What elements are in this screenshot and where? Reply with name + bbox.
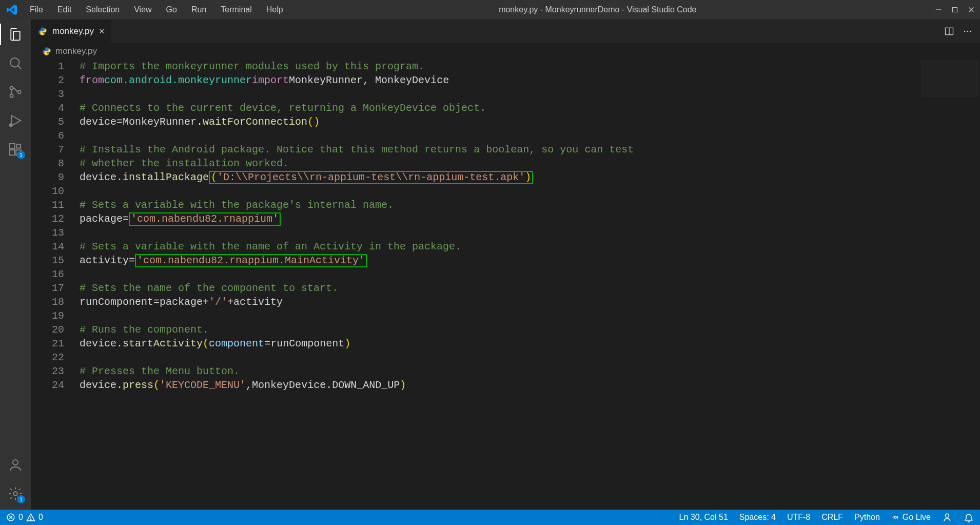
tab-monkey-py[interactable]: monkey.py × [31,20,111,43]
menu-edit[interactable]: Edit [51,3,78,16]
line-number-gutter: 123456789101112131415161718192021222324 [31,60,80,510]
extensions-icon[interactable]: 1 [7,141,24,158]
feedback-icon[interactable] [942,512,952,522]
close-icon[interactable] [967,5,976,14]
maximize-icon[interactable] [950,5,959,14]
editor-area: monkey.py × monkey.py 123456789101112131… [31,20,980,510]
svg-point-17 [10,94,13,97]
vscode-logo-icon [6,4,17,15]
svg-point-37 [894,516,896,518]
minimap[interactable] [922,61,978,96]
tab-bar: monkey.py × [31,20,980,43]
tab-label: monkey.py [52,26,94,36]
status-problems[interactable]: 0 0 [6,513,43,522]
search-icon[interactable] [7,54,24,72]
settings-gear-icon[interactable]: 1 [7,485,24,502]
accounts-icon[interactable] [7,456,24,474]
svg-rect-22 [10,150,15,155]
svg-point-31 [970,31,972,32]
warning-count: 0 [38,513,43,522]
title-bar: File Edit Selection View Go Run Terminal… [0,0,980,20]
code-editor[interactable]: 123456789101112131415161718192021222324 … [31,60,980,510]
python-file-icon [38,27,47,36]
svg-point-30 [967,31,969,32]
menu-view[interactable]: View [128,3,158,16]
tab-close-icon[interactable]: × [99,26,105,37]
svg-point-18 [17,90,21,93]
svg-point-16 [10,86,13,89]
minimize-icon[interactable] [934,5,943,14]
svg-line-15 [18,66,21,69]
svg-point-20 [10,124,12,126]
svg-point-26 [13,492,17,496]
svg-point-38 [946,514,949,517]
menu-file[interactable]: File [24,3,49,16]
python-file-icon [42,47,51,56]
menu-go[interactable]: Go [160,3,183,16]
svg-point-25 [13,460,18,465]
svg-rect-21 [10,144,15,149]
split-editor-icon[interactable] [944,26,954,36]
notifications-icon[interactable] [964,512,974,522]
status-indentation[interactable]: Spaces: 4 [739,513,776,522]
source-control-icon[interactable] [7,83,24,101]
menu-selection[interactable]: Selection [80,3,126,16]
svg-rect-11 [953,8,957,12]
explorer-icon[interactable] [7,26,24,43]
svg-point-14 [10,58,19,67]
run-debug-icon[interactable] [7,112,24,129]
svg-rect-24 [17,144,21,148]
menu-help[interactable]: Help [260,3,289,16]
status-eol[interactable]: CRLF [821,513,843,522]
breadcrumb-label: monkey.py [55,46,97,56]
status-encoding[interactable]: UTF-8 [787,513,810,522]
menu-terminal[interactable]: Terminal [214,3,258,16]
breadcrumb[interactable]: monkey.py [31,43,980,60]
menu-run[interactable]: Run [185,3,212,16]
svg-point-36 [30,519,31,520]
svg-marker-19 [12,115,21,126]
menu-bar: File Edit Selection View Go Run Terminal… [24,3,289,16]
window-title: monkey.py - MonkeyrunnerDemo - Visual St… [289,5,906,14]
more-actions-icon[interactable] [963,26,973,36]
status-bar: 0 0 Ln 30, Col 51 Spaces: 4 UTF-8 CRLF P… [0,510,980,525]
status-golive[interactable]: Go Live [891,513,931,522]
error-count: 0 [18,513,23,522]
svg-point-29 [964,31,966,32]
status-cursor-position[interactable]: Ln 30, Col 51 [679,513,728,522]
activity-bar: 1 1 [0,20,31,510]
settings-badge: 1 [17,495,25,503]
status-language[interactable]: Python [854,513,880,522]
extensions-badge: 1 [17,151,25,159]
code-content[interactable]: # Imports the monkeyrunner modules used … [80,60,980,510]
